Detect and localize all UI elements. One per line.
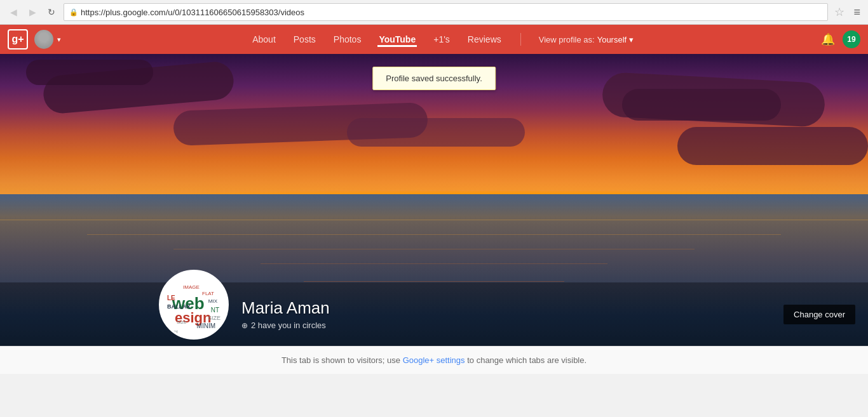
profile-tabs: About Posts Photos YouTube +1's Reviews … bbox=[74, 32, 811, 47]
word-nt: NT bbox=[211, 307, 219, 314]
footer-settings-link[interactable]: Google+ settings bbox=[403, 355, 465, 365]
lock-icon: 🔒 bbox=[69, 8, 78, 17]
word-size2: Size bbox=[177, 319, 187, 325]
profile-bottom-bar: web esign LE BALLAX mini FLAT MIX NT SIZ… bbox=[0, 282, 868, 346]
water-ripple-2 bbox=[87, 234, 782, 235]
nav-buttons: ◀ ▶ ↻ bbox=[5, 4, 60, 20]
cloud-2 bbox=[26, 60, 153, 85]
tab-reviews[interactable]: Reviews bbox=[466, 32, 503, 47]
word-ballax: BALLAX bbox=[167, 303, 191, 310]
cover-photo-area: Profile saved successfully. web esign LE… bbox=[0, 54, 868, 346]
word-size: SIZE bbox=[208, 315, 220, 321]
bookmark-button[interactable]: ☆ bbox=[832, 5, 847, 19]
browser-toolbar: ◀ ▶ ↻ 🔒 https://plus.google.com/u/0/1031… bbox=[0, 0, 868, 24]
word-le: LE bbox=[167, 295, 175, 301]
change-cover-button[interactable]: Change cover bbox=[783, 305, 855, 324]
tab-posts[interactable]: Posts bbox=[292, 32, 317, 47]
page-footer: This tab is shown to visitors; use Googl… bbox=[0, 346, 868, 374]
cloud-6 bbox=[347, 118, 525, 147]
user-avatar bbox=[34, 30, 53, 49]
word-mini: mini bbox=[168, 329, 178, 334]
tab-photos[interactable]: Photos bbox=[332, 32, 363, 47]
circles-icon: ⊕ bbox=[241, 321, 248, 330]
view-profile-label: View profile as: bbox=[539, 35, 595, 44]
view-profile-section: View profile as: Yourself ▾ bbox=[539, 35, 634, 44]
water-ripple-3 bbox=[173, 249, 695, 249]
apps-badge[interactable]: 19 bbox=[843, 30, 860, 48]
water-ripple-5 bbox=[304, 281, 564, 282]
cloud-4 bbox=[622, 89, 781, 121]
tab-youtube[interactable]: YouTube bbox=[377, 32, 417, 47]
browser-menu-button[interactable]: ≡ bbox=[851, 6, 863, 19]
profile-info: Maria Aman ⊕ 2 have you in circles bbox=[241, 298, 330, 330]
view-profile-value[interactable]: Yourself ▾ bbox=[597, 35, 634, 44]
tab-plusones[interactable]: +1's bbox=[432, 32, 451, 47]
water-ripple-1 bbox=[0, 220, 868, 220]
success-toast: Profile saved successfully. bbox=[372, 67, 496, 90]
word-mix: MIX bbox=[208, 298, 217, 304]
gplus-right-icons: 🔔 19 bbox=[821, 30, 860, 48]
word-image: IMAGE bbox=[183, 284, 200, 290]
water-ripple-4 bbox=[261, 263, 607, 264]
success-message: Profile saved successfully. bbox=[386, 74, 482, 83]
account-switcher[interactable]: ▾ bbox=[34, 30, 61, 49]
view-profile-arrow: ▾ bbox=[629, 35, 634, 44]
footer-text-after: to change which tabs are visible. bbox=[467, 355, 587, 365]
footer-text-before: This tab is shown to visitors; use bbox=[281, 355, 403, 365]
word-minim: MINIM bbox=[197, 322, 215, 329]
profile-name: Maria Aman bbox=[241, 298, 330, 318]
cloud-7 bbox=[677, 127, 868, 165]
address-bar[interactable]: 🔒 https://plus.google.com/u/0/1031116066… bbox=[64, 3, 828, 21]
tab-about[interactable]: About bbox=[251, 32, 277, 47]
notifications-button[interactable]: 🔔 bbox=[821, 32, 835, 46]
profile-avatar: web esign LE BALLAX mini FLAT MIX NT SIZ… bbox=[159, 270, 229, 340]
gplus-logo[interactable]: g+ bbox=[8, 29, 28, 50]
forward-button[interactable]: ▶ bbox=[24, 4, 41, 20]
reload-button[interactable]: ↻ bbox=[43, 4, 60, 20]
gplus-nav: g+ ▾ About Posts Photos YouTube +1's Rev… bbox=[0, 25, 868, 54]
back-button[interactable]: ◀ bbox=[5, 4, 22, 20]
word-flat: FLAT bbox=[202, 291, 214, 296]
avatar-word-cloud: web esign LE BALLAX mini FLAT MIX NT SIZ… bbox=[161, 272, 227, 338]
circles-text: 2 have you in circles bbox=[251, 321, 326, 330]
nav-separator bbox=[520, 33, 521, 46]
address-url: https://plus.google.com/u/0/103111606650… bbox=[81, 8, 304, 17]
account-dropdown-arrow: ▾ bbox=[57, 36, 61, 44]
browser-chrome: ◀ ▶ ↻ 🔒 https://plus.google.com/u/0/1031… bbox=[0, 0, 868, 25]
profile-circles: ⊕ 2 have you in circles bbox=[241, 321, 330, 330]
